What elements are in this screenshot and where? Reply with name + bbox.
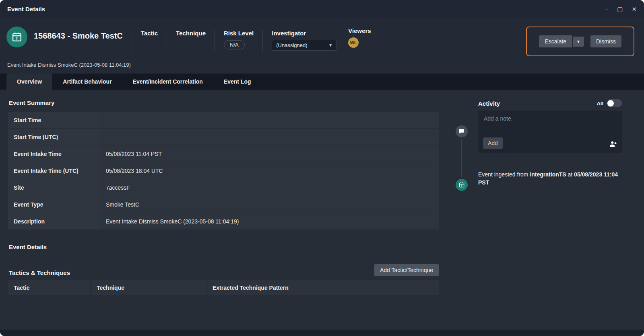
technique-column: Technique: [176, 30, 206, 37]
event-actions-group: Escalate ▼ Dismiss: [526, 27, 634, 56]
chevron-down-icon: ▼: [328, 43, 332, 47]
summary-row-label: Event Intake Time (UTC): [8, 162, 100, 179]
activity-entry: Event ingested from IntegrationTS at 05/…: [478, 170, 622, 187]
viewers-section: Viewers WL: [348, 27, 371, 48]
table-row: Event Type Smoke TestC: [8, 196, 439, 213]
note-input[interactable]: [483, 115, 619, 135]
technique-label: Technique: [176, 30, 206, 37]
investigator-column: Investigator (Unassigned) ▼: [272, 30, 337, 51]
tactics-table-header: Tactic Technique Extracted Technique Pat…: [8, 280, 439, 295]
summary-row-label: Description: [8, 213, 100, 229]
event-title: 1568643 - Smoke TestC: [34, 31, 123, 41]
timeline-connector: [461, 139, 462, 177]
viewer-avatar: WL: [348, 37, 359, 48]
title-bar: Event Details – ▢ ✕: [0, 0, 644, 18]
tab-event-incident-correlation[interactable]: Event/Incident Correlation: [122, 74, 213, 90]
tactic-label: Tactic: [141, 30, 158, 37]
add-tactic-technique-button[interactable]: Add Tactic/Technique: [374, 264, 439, 276]
escalate-dropdown-button[interactable]: ▼: [573, 37, 584, 47]
activity-header: Activity All: [451, 99, 622, 107]
investigator-value: (Unassigned): [276, 42, 307, 48]
risk-level-badge: N/A: [224, 40, 245, 49]
tactic-column: Tactic: [141, 30, 158, 37]
summary-row-label: Site: [8, 179, 100, 196]
entry-text: Event ingested from: [478, 171, 530, 178]
window-footer: [0, 330, 644, 336]
header-divider: [167, 30, 167, 51]
summary-row-value: 05/08/2023 18:04 UTC: [100, 162, 439, 179]
event-subtitle: Event Intake Dismiss SmokeC (2023-05-08 …: [7, 62, 634, 68]
tactics-header-row: Tactics & Techniques Add Tactic/Techniqu…: [8, 264, 439, 276]
event-summary-heading: Event Summary: [9, 99, 439, 106]
activity-filter-label: All: [597, 100, 603, 107]
summary-row-label: Event Type: [8, 196, 100, 213]
activity-panel: Activity All: [451, 90, 622, 330]
column-header-technique: Technique: [91, 280, 207, 295]
add-note-button[interactable]: Add: [483, 137, 503, 149]
overview-panel: Event Summary Start Time Start Time (UTC…: [8, 90, 439, 330]
summary-row-value: Event Intake Dismiss SmokeC (2023-05-08 …: [100, 213, 439, 229]
dismiss-button[interactable]: Dismiss: [590, 35, 621, 47]
risk-level-column: Risk Level N/A: [224, 30, 254, 49]
activity-heading: Activity: [478, 100, 500, 107]
main-content: Event Summary Start Time Start Time (UTC…: [0, 90, 644, 330]
event-header: 1568643 - Smoke TestC Tactic Technique R…: [0, 18, 644, 74]
summary-row-label: Start Time: [8, 112, 100, 128]
event-summary-table: Start Time Start Time (UTC) Event Intake…: [8, 112, 439, 230]
entry-source: IntegrationTS: [530, 171, 566, 178]
table-row: Description Event Intake Dismiss SmokeC …: [8, 213, 439, 230]
event-calendar-icon: [6, 27, 27, 47]
table-row: Site 7accessF: [8, 179, 439, 196]
summary-row-value: Smoke TestC: [100, 196, 439, 213]
event-ingested-icon: [456, 179, 468, 191]
activity-all-toggle[interactable]: [607, 99, 622, 107]
event-details-window: Event Details – ▢ ✕ 1568643 - Smoke Test…: [0, 0, 644, 336]
column-header-tactic: Tactic: [8, 280, 91, 295]
table-row: Start Time (UTC): [8, 129, 439, 145]
activity-timeline: Add Event ingested from IntegrationTS at…: [451, 111, 622, 187]
window-controls: – ▢ ✕: [605, 6, 637, 12]
note-comment-icon: [456, 125, 468, 137]
summary-row-label: Event Intake Time: [8, 145, 100, 162]
viewers-label: Viewers: [348, 27, 371, 34]
tab-overview[interactable]: Overview: [6, 74, 52, 90]
summary-row-value: 05/08/2023 11:04 PST: [100, 145, 439, 162]
tab-artifact-behaviour[interactable]: Artifact Behaviour: [52, 74, 122, 90]
column-header-extracted-pattern: Extracted Technique Pattern: [207, 280, 439, 295]
investigator-label: Investigator: [272, 30, 337, 37]
add-note-box: Add: [478, 111, 622, 153]
tab-event-log[interactable]: Event Log: [213, 74, 262, 90]
risk-level-label: Risk Level: [224, 30, 254, 37]
table-row: Start Time: [8, 112, 439, 129]
header-divider: [215, 30, 215, 51]
header-divider: [132, 30, 132, 51]
summary-row-value: [100, 129, 439, 145]
close-icon[interactable]: ✕: [632, 6, 637, 12]
maximize-icon[interactable]: ▢: [617, 6, 623, 12]
investigator-select[interactable]: (Unassigned) ▼: [272, 40, 337, 51]
assign-person-icon[interactable]: [609, 140, 617, 148]
escalate-button[interactable]: Escalate: [539, 35, 572, 47]
event-details-heading: Event Details: [9, 244, 439, 250]
table-row: Event Intake Time (UTC) 05/08/2023 18:04…: [8, 162, 439, 179]
toggle-knob: [607, 100, 614, 107]
summary-row-value: 7accessF: [100, 179, 439, 196]
window-title: Event Details: [7, 6, 45, 12]
tactics-techniques-heading: Tactics & Techniques: [9, 269, 70, 276]
summary-row-value: [100, 112, 439, 128]
summary-row-label: Start Time (UTC): [8, 129, 100, 145]
header-divider: [262, 30, 263, 51]
table-row: Event Intake Time 05/08/2023 11:04 PST: [8, 145, 439, 162]
tab-bar: Overview Artifact Behaviour Event/Incide…: [0, 74, 644, 90]
minimize-icon[interactable]: –: [605, 6, 608, 12]
entry-text: at: [566, 171, 574, 178]
